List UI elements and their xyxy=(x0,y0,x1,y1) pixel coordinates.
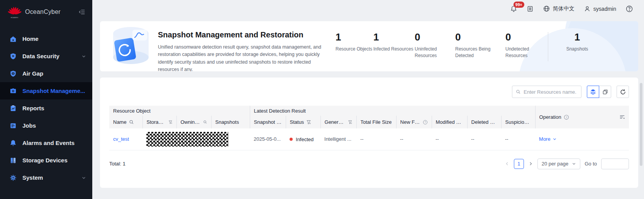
column-header-new-files: New Files ? xyxy=(396,116,432,128)
column-header-status: Status xyxy=(286,116,320,128)
stat-resources-being-detected: 0 Resources Being Detected xyxy=(455,32,505,59)
cell-suspicious-files: -- xyxy=(501,128,535,150)
column-header-name: Name xyxy=(109,116,142,128)
notification-badge: 99+ xyxy=(514,2,524,8)
home-icon xyxy=(9,35,17,43)
sidebar-item-label: Reports xyxy=(22,105,44,111)
chevron-down-icon xyxy=(552,137,557,141)
search-icon xyxy=(516,89,520,94)
filter-icon[interactable] xyxy=(306,120,311,125)
stat-label: Snapshots xyxy=(548,46,606,52)
resource-name-link[interactable]: cv_test xyxy=(113,136,129,142)
sidebar-item-air-gap[interactable]: Air Gap xyxy=(0,65,92,82)
reports-icon xyxy=(9,105,17,112)
sidebar-item-label: Storage Devices xyxy=(22,157,68,164)
stat-label: Infected Resources xyxy=(373,46,415,52)
goto-page-input[interactable] xyxy=(601,159,629,169)
globe-icon xyxy=(543,5,550,12)
jobs-icon xyxy=(9,122,17,130)
column-header-modified-files: Modified Fil... xyxy=(432,116,467,128)
username-label: sysadmin xyxy=(593,6,616,12)
total-count: Total: 1 xyxy=(109,161,125,167)
sidebar-header: HUAWEI OceanCyber xyxy=(0,0,92,19)
cell-name: cv_test xyxy=(109,128,142,150)
sidebar-item-home[interactable]: Home xyxy=(0,30,92,47)
language-selector[interactable]: 简体中文 xyxy=(543,5,575,12)
layers-view-button[interactable] xyxy=(587,86,599,98)
sidebar-item-label: Alarms and Events xyxy=(22,140,75,146)
help-circle-icon[interactable]: ? xyxy=(564,115,569,120)
table-footer: Total: 1 1 20 per page Go to xyxy=(109,159,629,169)
cell-operation: More xyxy=(535,128,629,150)
copy-view-button[interactable] xyxy=(599,86,611,98)
app-root: HUAWEI OceanCyber Home Data S xyxy=(0,0,644,199)
huawei-logo: HUAWEI xyxy=(8,6,22,19)
page-scrollbar-thumb[interactable] xyxy=(640,83,642,166)
help-button[interactable] xyxy=(625,5,633,13)
search-icon[interactable] xyxy=(203,120,207,125)
search-input[interactable] xyxy=(523,89,578,95)
next-page-button[interactable] xyxy=(528,161,533,166)
previous-page-button[interactable] xyxy=(505,161,510,166)
column-header-snapshots: Snapshots xyxy=(211,116,250,128)
svg-text:?: ? xyxy=(566,115,567,119)
air-gap-shield-icon xyxy=(9,70,17,78)
sidebar-nav: Home Data Security Air Gap xyxy=(0,30,92,186)
sidebar-item-reports[interactable]: Reports xyxy=(0,100,92,117)
sidebar-item-data-security[interactable]: Data Security xyxy=(0,47,92,65)
main-area: 99+ 简体中文 sysadmin xyxy=(92,0,644,199)
resource-search xyxy=(512,86,581,98)
pagination: 1 20 per page Go to xyxy=(505,159,629,169)
filter-icon[interactable] xyxy=(348,120,353,125)
cell-total-file-size: -- xyxy=(356,128,396,150)
chevron-down-icon xyxy=(81,175,86,180)
filter-icon[interactable] xyxy=(168,120,173,125)
cell-status: Infected xyxy=(286,128,320,150)
column-header-deleted-files: Deleted Files... xyxy=(467,116,501,128)
stat-label: Undetected Resources xyxy=(505,46,539,59)
help-circle-icon[interactable]: ? xyxy=(423,120,428,125)
user-menu[interactable]: sysadmin xyxy=(584,5,616,12)
view-toggle-group xyxy=(587,86,611,98)
sidebar: HUAWEI OceanCyber Home Data S xyxy=(0,0,92,199)
more-actions-button[interactable]: More xyxy=(539,136,557,142)
page-banner: Snapshot Management and Restoration Unif… xyxy=(100,21,638,71)
sidebar-item-snapshot-management[interactable]: Snapshot Manageme... xyxy=(0,82,92,100)
chevron-down-icon xyxy=(572,162,576,166)
document-log-button[interactable] xyxy=(527,5,534,12)
infected-status-dot xyxy=(290,138,293,141)
table-toolbar xyxy=(109,86,629,98)
table-group-header-row: Resource Object Latest Detection Result … xyxy=(109,106,629,116)
alarm-bell-icon xyxy=(9,139,17,147)
sidebar-item-alarms-events[interactable]: Alarms and Events xyxy=(0,134,92,152)
sidebar-item-label: System xyxy=(22,174,43,181)
topbar: 99+ 简体中文 sysadmin xyxy=(92,0,644,17)
search-icon[interactable] xyxy=(129,120,134,125)
refresh-button[interactable] xyxy=(617,86,629,98)
cell-generation: Intelligent ... xyxy=(320,128,356,150)
huawei-logo-text: HUAWEI xyxy=(11,17,19,18)
column-header-suspicious-files: Suspicious ... xyxy=(501,116,535,128)
column-settings-icon[interactable] xyxy=(619,114,625,120)
help-icon xyxy=(625,5,633,13)
document-icon xyxy=(527,5,534,12)
stat-value: 1 xyxy=(548,32,606,42)
page-size-label: 20 per page xyxy=(542,161,568,167)
collapse-sidebar-button[interactable] xyxy=(78,8,86,16)
column-header-owning: Owning v... xyxy=(176,116,211,128)
chevron-down-icon xyxy=(81,54,86,59)
sidebar-item-label: Air Gap xyxy=(22,70,43,77)
cell-deleted-files: -- xyxy=(467,128,501,150)
goto-label: Go to xyxy=(585,161,597,167)
page-size-select[interactable]: 20 per page xyxy=(537,159,580,169)
stat-label: Resources Being Detected xyxy=(455,46,505,59)
page-number-button[interactable]: 1 xyxy=(514,159,524,169)
notifications-button[interactable]: 99+ xyxy=(510,5,517,12)
sidebar-item-label: Data Security xyxy=(22,53,59,59)
banner-text: Snapshot Management and Restoration Unif… xyxy=(158,21,336,71)
stat-value: 1 xyxy=(373,32,415,42)
sidebar-item-system[interactable]: System xyxy=(0,169,92,186)
cell-new-files: -- xyxy=(396,128,432,150)
sidebar-item-storage-devices[interactable]: Storage Devices xyxy=(0,152,92,169)
sidebar-item-jobs[interactable]: Jobs xyxy=(0,117,92,134)
